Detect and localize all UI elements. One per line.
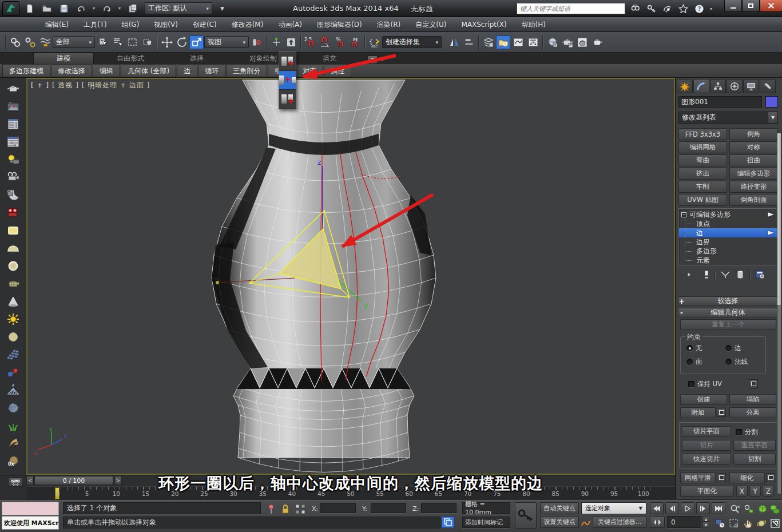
- snap-toggle-icon[interactable]: 2.5: [303, 35, 317, 49]
- ribbon-panel-loops[interactable]: 循环: [198, 64, 225, 77]
- ribbon-panel-tris[interactable]: 三角剖分: [226, 64, 267, 77]
- set-keys-button[interactable]: [515, 502, 537, 529]
- collapse-button[interactable]: 塌陷: [729, 394, 776, 405]
- modifier-ffd-button[interactable]: FFD 3x3x3: [678, 128, 727, 140]
- geosphere-icon[interactable]: [4, 328, 22, 346]
- save-icon[interactable]: [57, 2, 71, 15]
- percent-snap-icon[interactable]: %: [333, 35, 347, 49]
- planar-z-button[interactable]: Z: [763, 486, 774, 497]
- split-checkbox[interactable]: 分割: [736, 428, 758, 436]
- use-pivot-point-center-icon[interactable]: [249, 35, 264, 49]
- modifier-editpoly-button[interactable]: 编辑多边形: [729, 168, 778, 180]
- schematic-view-icon[interactable]: [526, 35, 540, 49]
- stack-item-polygon[interactable]: 多边形: [679, 247, 777, 256]
- configure-modifier-sets-icon[interactable]: [755, 269, 766, 281]
- menu-maxscript[interactable]: MAXScript(X): [454, 18, 514, 31]
- constraint-edge-radio[interactable]: 边: [725, 344, 741, 352]
- make-unique-icon[interactable]: [720, 270, 731, 281]
- menu-customize[interactable]: 自定义(U): [408, 18, 454, 31]
- communication-center-icon[interactable]: [660, 2, 674, 15]
- object-color-swatch[interactable]: [765, 96, 778, 108]
- material-editor-icon[interactable]: [545, 35, 559, 49]
- command-panel-scrollbar[interactable]: [777, 133, 781, 494]
- reference-coord-dropdown[interactable]: 视图 ▾: [204, 36, 249, 48]
- stack-item-vertex[interactable]: 顶点: [679, 219, 777, 228]
- angle-snap-icon[interactable]: [318, 35, 332, 49]
- yellow-plane-icon[interactable]: [4, 221, 22, 239]
- next-frame-button[interactable]: [696, 502, 710, 514]
- film-camera-icon[interactable]: [4, 168, 22, 186]
- slice-button[interactable]: 切片: [682, 440, 731, 451]
- hair-fur-icon[interactable]: HF: [4, 434, 22, 452]
- pin-stack-icon[interactable]: [682, 270, 693, 281]
- maximize-viewport-toggle-icon[interactable]: [768, 517, 782, 530]
- undo-dropdown-icon[interactable]: ▾: [91, 2, 97, 15]
- sphere-ring-icon[interactable]: [4, 257, 22, 275]
- list-panel-icon[interactable]: [4, 115, 22, 133]
- workspace-dropdown[interactable]: 工作区: 默认 ▾: [145, 2, 212, 14]
- modifier-list-dropdown[interactable]: 修改器列表 ▼: [678, 112, 778, 124]
- camera-crescent-icon[interactable]: [4, 186, 22, 204]
- select-object-icon[interactable]: [96, 35, 110, 49]
- menu-tools[interactable]: 工具(T): [76, 18, 114, 31]
- select-by-name-icon[interactable]: [110, 35, 125, 49]
- create-button[interactable]: 创建: [680, 394, 727, 405]
- scene-explorer-icon[interactable]: [496, 35, 510, 49]
- modify-tab-icon[interactable]: [693, 79, 709, 93]
- transform-typein-icon[interactable]: [293, 502, 307, 516]
- key-mode-toggle-button[interactable]: [650, 516, 665, 528]
- detach-button[interactable]: 分离: [729, 407, 776, 418]
- modifier-editmesh-button[interactable]: 编辑网格: [678, 141, 727, 153]
- spinner-snap-icon[interactable]: [348, 35, 362, 49]
- menu-help[interactable]: 帮助(H): [514, 18, 553, 31]
- workspace-menu-icon[interactable]: ▼: [215, 2, 229, 15]
- edit-named-selection-sets-icon[interactable]: { }ABC: [367, 35, 382, 49]
- project-folder-icon[interactable]: [125, 2, 140, 15]
- ox-badge-icon[interactable]: 0x: [4, 452, 22, 470]
- modifier-uvwmap-button[interactable]: UVW 贴图: [678, 194, 727, 206]
- wire-teapot-icon[interactable]: [4, 275, 22, 292]
- selection-lock-icon[interactable]: [278, 502, 292, 516]
- menu-rendering[interactable]: 渲染(R): [370, 18, 408, 31]
- mirror-icon[interactable]: [447, 35, 461, 49]
- menu-edit[interactable]: 编辑(E): [38, 18, 76, 31]
- named-selection-dropdown[interactable]: 创建选择集 ▾: [382, 36, 442, 48]
- absolute-mode-toggle-icon[interactable]: [442, 517, 454, 528]
- minimize-button[interactable]: [724, 0, 742, 12]
- reset-plane-button[interactable]: 重置平面: [733, 440, 776, 451]
- show-end-result-icon[interactable]: [703, 269, 710, 281]
- maximize-button[interactable]: [742, 0, 760, 12]
- select-and-manipulate-icon[interactable]: [269, 35, 283, 49]
- select-and-link-icon[interactable]: [8, 35, 22, 49]
- manage-layers-icon[interactable]: [481, 35, 495, 49]
- zoom-extents-all-icon[interactable]: [768, 502, 782, 516]
- mini-curve-editor-button[interactable]: [8, 478, 23, 487]
- constraint-face-radio[interactable]: 面: [686, 358, 702, 366]
- y-coordinate-field[interactable]: [371, 503, 406, 513]
- curve-editor-icon[interactable]: [511, 35, 525, 49]
- stack-item-border[interactable]: 边界: [679, 237, 777, 247]
- visibility-arrow-icon[interactable]: [768, 212, 774, 217]
- dome-icon[interactable]: [4, 239, 22, 257]
- close-button[interactable]: [760, 0, 782, 12]
- cut-button[interactable]: 切割: [733, 454, 776, 464]
- msmooth-settings-button[interactable]: [717, 473, 726, 482]
- sign-in-key-icon[interactable]: [644, 2, 658, 15]
- stack-item-edge-selected[interactable]: 边: [679, 228, 777, 237]
- modifier-symmetry-button[interactable]: 对称: [729, 141, 778, 153]
- search-icon[interactable]: [628, 2, 642, 15]
- viewport-pov-menu[interactable]: [ 透视 ]: [52, 81, 79, 89]
- motion-tab-icon[interactable]: [727, 79, 743, 93]
- preserve-uv-settings-button[interactable]: [749, 379, 758, 388]
- stack-item-element[interactable]: 元素: [679, 256, 777, 265]
- isolate-selection-icon[interactable]: [264, 502, 278, 516]
- ribbon-panel-geometry-all[interactable]: 几何体 (全部): [121, 64, 176, 77]
- rock-icon[interactable]: [4, 399, 22, 416]
- pyramid-arrow-icon[interactable]: [4, 381, 22, 399]
- cone-icon[interactable]: [4, 292, 22, 310]
- attach-button[interactable]: 附加: [680, 407, 716, 418]
- selection-filter-dropdown[interactable]: 全部 ▾: [53, 36, 95, 48]
- z-coordinate-field[interactable]: [421, 503, 457, 513]
- ribbon-panel-polygon-modeling[interactable]: 多边形建模: [2, 64, 50, 77]
- create-tab-icon[interactable]: [677, 79, 693, 93]
